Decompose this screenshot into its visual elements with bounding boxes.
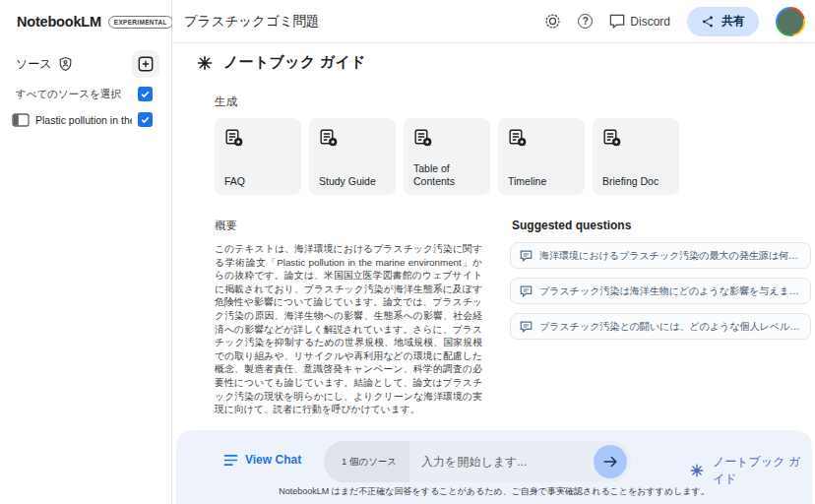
theme-toggle-button[interactable] [544,13,561,30]
select-all-checkbox[interactable] [138,87,153,101]
summary-title: 概要 [215,219,237,233]
guide-title: ノートブック ガイド [223,53,366,72]
source-title: Plastic pollution in the... [35,114,132,126]
card-table-of-contents[interactable]: Table of Contents [404,118,490,195]
arrow-right-icon [602,454,618,470]
suggested-question-chip[interactable]: プラスチック汚染との闘いには、どのような個人レベルおよ... [510,313,811,340]
account-avatar[interactable] [776,7,805,36]
send-button[interactable] [594,445,627,478]
source-count-badge: 1 個のソース [324,441,409,482]
question-label: 海洋環境におけるプラスチック汚染の最大の発生源は何です... [539,249,801,263]
chat-lines-icon [223,454,238,467]
sources-header: ソース [16,49,159,79]
source-checkbox[interactable] [138,112,153,127]
chat-question-icon [520,285,533,297]
chat-question-icon [520,250,533,262]
view-chat-label: View Chat [245,453,301,467]
add-source-button[interactable] [132,50,159,78]
share-button[interactable]: 共有 [687,7,759,36]
sparkle-icon [690,464,704,477]
discord-label: Discord [630,15,670,29]
card-label: Table of Contents [413,162,480,187]
sidebar-header: NotebookLM EXPERIMENTAL [0,0,171,43]
card-label: FAQ [224,175,291,188]
note-add-icon [508,128,575,147]
experimental-badge: EXPERIMENTAL [108,16,173,29]
note-add-icon [413,128,480,147]
chat-bubble-icon [609,14,625,29]
source-list-item[interactable]: Plastic pollution in the... [12,112,153,127]
card-faq[interactable]: FAQ [215,118,301,195]
view-chat-button[interactable]: View Chat [223,453,301,467]
disclaimer-text: NotebookLM はまだ不正確な回答をすることがあるため、ご自身で事実確認さ… [176,485,812,498]
select-all-row: すべてのソースを選択 [16,87,153,101]
guide-link-label: ノートブック ガイド [713,454,812,487]
suggested-questions-title: Suggested questions [512,219,631,232]
notebook-guide-toggle[interactable]: ノートブック ガイド [690,454,812,487]
add-source-icon [138,56,154,72]
app-logo: NotebookLM [17,14,101,30]
sources-sidebar: NotebookLM EXPERIMENTAL ソース [0,0,172,504]
suggested-question-chip[interactable]: 海洋環境におけるプラスチック汚染の最大の発生源は何です... [510,242,811,269]
help-button[interactable]: ? [578,14,593,29]
chat-input[interactable] [409,455,594,469]
share-label: 共有 [721,13,745,30]
generate-cards: FAQ Study Guide Table of Contents Timeli… [215,118,679,195]
select-all-label: すべてのソースを選択 [16,88,121,101]
sources-label: ソース [16,56,52,73]
card-timeline[interactable]: Timeline [498,118,585,195]
card-label: Briefing Doc [602,175,669,188]
chat-question-icon [520,321,533,333]
topbar-actions: ? Discord [544,7,807,36]
notebook-title: プラスチックゴミ問題 [184,13,320,31]
note-add-icon [224,128,291,147]
summary-text: このテキストは、海洋環境におけるプラスチック汚染に関する学術論文「Plastic… [215,242,482,416]
shield-icon [58,56,73,72]
chat-input-pill: 1 個のソース [324,441,631,482]
guide-header: ノートブック ガイド [197,53,366,72]
card-briefing-doc[interactable]: Briefing Doc [593,118,679,195]
note-add-icon [602,128,669,147]
card-label: Study Guide [319,175,386,188]
discord-button[interactable]: Discord [609,14,670,29]
article-icon [12,113,30,127]
card-label: Timeline [508,175,575,188]
share-icon [701,15,715,29]
sparkle-icon [197,55,213,71]
help-icon: ? [578,14,593,29]
main-panel: プラスチックゴミ問題 ? [172,0,815,504]
dark-mode-icon [544,13,561,30]
question-label: プラスチック汚染との闘いには、どのような個人レベルおよ... [539,320,801,334]
note-add-icon [319,128,386,147]
notebook-topbar: プラスチックゴミ問題 ? [172,0,815,43]
suggested-question-chip[interactable]: プラスチック汚染は海洋生物にどのような影響を与えますか？ [510,278,811,304]
generate-label: 生成 [215,94,237,109]
notebooklm-app: NotebookLM EXPERIMENTAL ソース [0,0,815,504]
suggested-questions: 海洋環境におけるプラスチック汚染の最大の発生源は何です... プラスチック汚染は… [510,242,811,340]
chat-bar: View Chat 1 個のソース [176,430,812,504]
question-label: プラスチック汚染は海洋生物にどのような影響を与えますか？ [539,284,801,298]
card-study-guide[interactable]: Study Guide [309,118,396,195]
